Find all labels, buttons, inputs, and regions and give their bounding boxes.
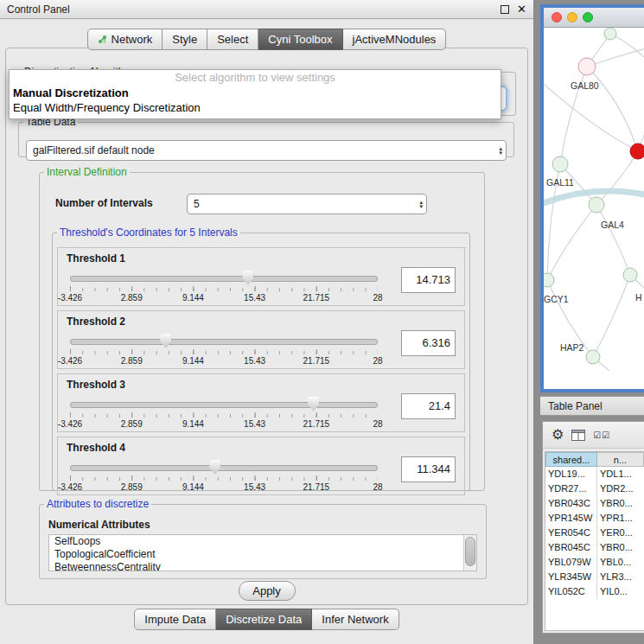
slider-track (70, 402, 378, 408)
interval-definition-group: Interval Definition Number of Intervals … (39, 166, 485, 491)
algorithm-option-equal-width-frequency-discretization[interactable]: Equal Width/Frequency Discretization (10, 100, 501, 115)
table-cell: YLR3... (597, 570, 644, 584)
network-node[interactable] (630, 143, 644, 159)
attribute-item-topologicalcoefficient[interactable]: TopologicalCoefficient (49, 548, 476, 561)
number-of-intervals-select[interactable]: 5 ▴ ▾ (187, 194, 427, 214)
gear-icon[interactable]: ⚙ (552, 428, 564, 442)
threshold-label: Threshold 4 (67, 442, 125, 454)
table-row[interactable]: YDL19...YDL1... (545, 467, 644, 481)
table-cell: YBR0... (597, 496, 644, 511)
threshold-value-field[interactable]: 14.713 (401, 267, 456, 293)
apply-button[interactable]: Apply (239, 581, 296, 601)
window-minimize-traffic-light-icon[interactable] (567, 12, 577, 22)
window-close-traffic-light-icon[interactable] (552, 12, 562, 22)
column-header-shared-name[interactable]: shared... (545, 452, 597, 467)
threshold-rows: Threshold 1-3.4262.8599.14415.4321.71528… (57, 247, 465, 500)
network-node-gal11[interactable] (552, 156, 568, 172)
network-node[interactable] (604, 28, 616, 40)
network-node-gcy1[interactable] (544, 273, 554, 287)
threshold-value-field[interactable]: 11.344 (401, 456, 456, 482)
numerical-attributes-list[interactable]: SelfLoopsTopologicalCoefficientBetweenne… (48, 534, 477, 571)
network-node-label: HAP2 (560, 342, 584, 353)
stepper-down-icon: ▾ (419, 204, 423, 208)
tab-style[interactable]: Style (163, 29, 207, 50)
threshold-row-4: Threshold 4-3.4262.8599.14415.4321.71528… (57, 437, 465, 495)
scale-tick-label: 21.715 (303, 293, 330, 303)
slider-thumb-icon[interactable] (242, 271, 253, 285)
list-scrollbar[interactable] (463, 535, 476, 571)
tab-network[interactable]: Network (87, 29, 163, 50)
table-data-group: Table Data galFiltered.sif default node … (18, 116, 514, 157)
window-zoom-traffic-light-icon[interactable] (583, 12, 593, 22)
slider-thumb-icon[interactable] (209, 460, 220, 475)
slider-thumb-icon[interactable] (160, 334, 171, 348)
network-node-h[interactable] (623, 268, 637, 282)
table-data-select[interactable]: galFiltered.sif default node ▴ ▾ (26, 140, 507, 161)
attribute-item-selfloops[interactable]: SelfLoops (49, 535, 476, 548)
scale-tick-label: 9.144 (182, 293, 204, 303)
tab-impute-data[interactable]: Impute Data (134, 609, 216, 630)
scale-tick-label: 2.859 (121, 419, 143, 429)
tab-discretize-data-label: Discretize Data (226, 613, 302, 626)
control-panel-title: Control Panel (7, 3, 70, 16)
attributes-group: Attributes to discretize Numerical Attri… (39, 498, 487, 579)
tab-infer-network[interactable]: Infer Network (312, 609, 399, 630)
table-row[interactable]: YPR145WYPR1... (545, 511, 644, 526)
table-cell: YBL0... (597, 555, 644, 570)
scrollbar-thumb-icon[interactable] (465, 537, 475, 566)
algorithm-options: Manual DiscretizationEqual Width/Frequen… (10, 86, 501, 115)
threshold-slider[interactable] (70, 462, 378, 474)
scale-tick-label: -3.426 (58, 482, 82, 492)
control-panel-content: Discretization Algorithm Table Data galF… (5, 48, 528, 605)
tab-select[interactable]: Select (207, 29, 258, 50)
stepper-icon: ▴ ▾ (419, 200, 423, 208)
select-columns-icon[interactable]: ☑☑ (593, 430, 610, 440)
number-of-intervals-value: 5 (194, 198, 200, 210)
network-canvas[interactable]: GAL80GAL11GAL4GCY1HHAP2 (544, 28, 644, 371)
slider-thumb-icon[interactable] (308, 397, 319, 411)
control-panel-titlebar[interactable]: Control Panel ✕ (0, 0, 533, 19)
table-row[interactable]: YIL052CYIL0... (545, 584, 644, 599)
table-panel-title: Table Panel (548, 400, 603, 412)
scale-tick-label: 21.715 (303, 419, 330, 429)
scale-tick-label: 15.43 (244, 356, 265, 366)
tab-infer-network-label: Infer Network (322, 613, 388, 626)
threshold-row-3: Threshold 3-3.4262.8599.14415.4321.71528… (57, 373, 465, 432)
column-header-name[interactable]: n... (597, 452, 644, 467)
tab-discretize-data[interactable]: Discretize Data (216, 609, 312, 630)
threshold-slider[interactable] (70, 272, 378, 284)
network-view-window: GAL80GAL11GAL4GCY1HHAP2 (540, 4, 644, 392)
slider-scale: -3.4262.8599.14415.4321.71528 (70, 356, 378, 366)
table-row[interactable]: YER054CYER0... (545, 526, 644, 540)
threshold-row-1: Threshold 1-3.4262.8599.14415.4321.71528… (57, 247, 465, 306)
number-of-intervals-label: Number of Intervals (55, 197, 153, 209)
table-row[interactable]: YLR345WYLR3... (545, 570, 644, 584)
float-window-icon[interactable] (501, 5, 509, 14)
algorithm-option-manual-discretization[interactable]: Manual Discretization (10, 86, 501, 100)
table-row[interactable]: YBL079WYBL0... (545, 555, 644, 570)
table-panel-window: ⚙ ☑☑ shared...n...YDL19...YDL1...YDR27..… (542, 421, 644, 634)
network-node-gal4[interactable] (589, 197, 604, 213)
network-node-hap2[interactable] (586, 350, 600, 364)
tab-style-label: Style (172, 33, 197, 46)
algorithm-dropdown-popup: Select algorithm to view settings Manual… (9, 69, 501, 119)
threshold-slider[interactable] (70, 335, 378, 348)
network-window-titlebar[interactable] (544, 8, 644, 28)
threshold-row-2: Threshold 2-3.4262.8599.14415.4321.71528… (57, 310, 465, 369)
network-node-gal80[interactable] (578, 58, 596, 75)
tab-jactivemnodules[interactable]: jActiveMNodules (343, 29, 447, 50)
columns-icon[interactable] (571, 430, 585, 441)
threshold-slider[interactable] (70, 399, 378, 411)
table-cell: YDR27... (545, 481, 597, 496)
threshold-value-field[interactable]: 21.4 (401, 393, 456, 419)
table-row[interactable]: YBR045CYBR0... (545, 540, 644, 555)
table-row[interactable]: YDR27...YDR2... (545, 481, 644, 496)
table-row[interactable]: YBR043CYBR0... (545, 496, 644, 511)
algorithm-placeholder-option: Select algorithm to view settings (10, 70, 501, 86)
close-icon[interactable]: ✕ (517, 3, 526, 16)
tab-cyni-toolbox[interactable]: Cyni Toolbox (258, 29, 342, 50)
attribute-item-betweennesscentrality[interactable]: BetweennessCentrality (49, 561, 476, 571)
node-table[interactable]: shared...n...YDL19...YDL1...YDR27...YDR2… (545, 451, 644, 631)
threshold-value-field[interactable]: 6.316 (401, 330, 456, 356)
application-root: Control Panel ✕ NetworkStyleSelectCyni T… (0, 0, 644, 644)
